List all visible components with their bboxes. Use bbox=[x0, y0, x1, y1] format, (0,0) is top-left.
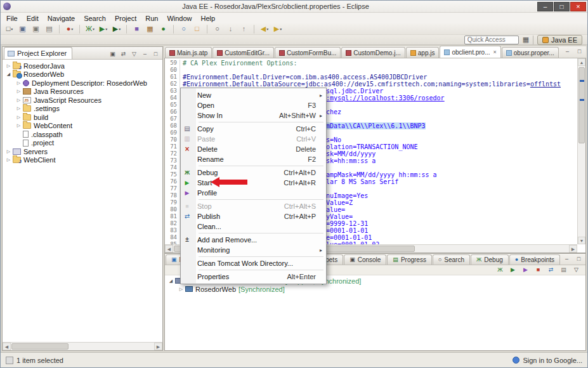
minimize-window-button[interactable]: – bbox=[537, 2, 553, 11]
prev-annotation-icon[interactable]: ↑ bbox=[238, 23, 251, 34]
collapse-all-icon[interactable]: ▣ bbox=[108, 51, 117, 57]
back-icon[interactable]: ◀ ▾ bbox=[258, 23, 271, 34]
expand-arrow-icon[interactable]: ▷ bbox=[5, 157, 12, 162]
context-menu-item[interactable]: Publish Ctrl+Alt+P bbox=[181, 211, 326, 221]
new-class-icon[interactable]: ● bbox=[157, 23, 170, 34]
tree-item[interactable]: ▷ Deployment Descriptor: RosedorWeb bbox=[3, 79, 162, 88]
context-menu-item[interactable]: Profile bbox=[181, 188, 326, 198]
context-menu-item[interactable]: Start Ctrl+Alt+R bbox=[181, 178, 326, 188]
context-menu-item[interactable]: Clean Tomcat Work Directory... bbox=[181, 258, 326, 268]
context-menu-item[interactable]: Clean... bbox=[181, 221, 326, 232]
tree-item[interactable]: ▷ WebClient bbox=[3, 156, 162, 165]
minimize-view-icon[interactable]: – bbox=[140, 51, 150, 57]
server-stop-icon[interactable]: ■ bbox=[533, 266, 544, 275]
bottom-tab[interactable]: ○ Search bbox=[433, 254, 470, 265]
scroll-right-icon[interactable] bbox=[154, 343, 162, 350]
context-menu-item[interactable]: Show In Alt+Shift+W ▸ bbox=[181, 110, 326, 121]
expand-arrow-icon[interactable]: ▷ bbox=[15, 81, 22, 86]
tree-item[interactable]: ◢ RosedorWeb bbox=[3, 70, 162, 79]
tree-item[interactable]: .classpath bbox=[3, 130, 162, 139]
editor-tab[interactable]: CustomDemo.j... bbox=[341, 47, 405, 58]
expand-arrow-icon[interactable]: ◢ bbox=[5, 72, 12, 77]
minimize-panel-icon[interactable]: – bbox=[562, 256, 572, 262]
vertical-scrollbar[interactable] bbox=[577, 58, 585, 244]
tree-item[interactable]: ▷ build bbox=[3, 113, 162, 122]
minimize-editor-icon[interactable]: – bbox=[563, 48, 572, 55]
quick-access-input[interactable] bbox=[464, 36, 519, 44]
context-menu-item[interactable]: Add and Remove... bbox=[181, 235, 326, 245]
open-perspective-icon[interactable]: ▦ bbox=[523, 36, 529, 44]
link-editor-icon[interactable]: ⇄ bbox=[119, 51, 128, 57]
next-annotation-icon[interactable]: ↓ bbox=[225, 23, 237, 34]
scroll-left-icon[interactable] bbox=[3, 343, 11, 350]
context-menu-item[interactable]: New ▸ bbox=[181, 90, 326, 100]
run-icon[interactable]: ▶ ▾ bbox=[97, 23, 110, 34]
debug-icon[interactable]: Ж ▾ bbox=[84, 23, 96, 34]
scroll-left-icon[interactable] bbox=[165, 245, 173, 253]
context-menu-item[interactable]: Paste Ctrl+V bbox=[181, 134, 326, 144]
menubar-item[interactable]: Edit bbox=[22, 13, 43, 23]
tree-item[interactable]: ▷ RosedorJava bbox=[3, 62, 162, 70]
server-publish-icon[interactable]: ⇄ bbox=[546, 266, 556, 275]
save-icon[interactable]: ▣ bbox=[16, 23, 29, 34]
close-window-button[interactable]: × bbox=[570, 2, 586, 11]
tab-project-explorer[interactable]: Project Explorer bbox=[4, 47, 72, 59]
context-menu-item[interactable]: Debug Ctrl+Alt+D bbox=[181, 168, 326, 178]
context-menu-item[interactable]: Delete Delete bbox=[181, 144, 326, 154]
expand-arrow-icon[interactable]: ◢ bbox=[167, 279, 174, 284]
search-icon[interactable]: ○ bbox=[211, 23, 224, 34]
context-menu-item[interactable]: Copy Ctrl+C bbox=[181, 124, 326, 134]
tree-item[interactable]: ▷ .settings bbox=[3, 105, 162, 114]
scroll-up-icon[interactable] bbox=[578, 58, 585, 66]
editor-tab[interactable]: Main.js.atp bbox=[165, 47, 212, 58]
maximize-editor-icon[interactable]: □ bbox=[575, 48, 584, 55]
maximize-panel-icon[interactable]: □ bbox=[574, 256, 584, 262]
print-icon[interactable]: ▤ bbox=[43, 23, 56, 34]
bottom-tab[interactable]: Ж Debug bbox=[471, 254, 509, 265]
tree-item[interactable]: ▷ Servers bbox=[3, 147, 162, 156]
context-menu-item[interactable]: Stop Ctrl+Alt+S bbox=[181, 201, 326, 211]
editor-tab[interactable]: CustomFormBu... bbox=[275, 47, 341, 58]
server-item[interactable]: ▷ RosedorWeb [Synchronized] bbox=[165, 285, 585, 293]
context-menu-item[interactable]: Monitoring ▸ bbox=[181, 245, 326, 255]
editor-tab[interactable]: obusr.proper... bbox=[502, 47, 559, 58]
view-menu-icon[interactable]: ▽ bbox=[571, 266, 582, 275]
server-profile-icon[interactable]: ▶ bbox=[520, 266, 531, 275]
bottom-tab[interactable]: ▤ Progress bbox=[387, 254, 432, 265]
new-java-project-icon[interactable]: ■ bbox=[131, 23, 143, 34]
expand-arrow-icon[interactable]: ▷ bbox=[15, 98, 22, 103]
scroll-down-icon[interactable] bbox=[578, 237, 585, 244]
menubar-item[interactable]: Search bbox=[79, 13, 110, 23]
new-wizard-icon[interactable]: □ ▾ bbox=[3, 23, 16, 34]
expand-arrow-icon[interactable]: ▷ bbox=[15, 123, 22, 128]
expand-arrow-icon[interactable]: ▷ bbox=[5, 63, 12, 69]
view-menu-icon[interactable]: ▽ bbox=[129, 51, 139, 57]
mylyn-task-icon[interactable]: ● ▾ bbox=[63, 23, 76, 34]
external-tools-icon[interactable]: ▶ ▾ bbox=[110, 23, 123, 34]
expand-arrow-icon[interactable]: ▷ bbox=[5, 149, 12, 154]
forward-icon[interactable]: ▶ ▾ bbox=[271, 23, 284, 34]
tree-item[interactable]: ▷ WebContent bbox=[3, 122, 162, 131]
editor-tab[interactable]: app.js bbox=[406, 47, 440, 58]
server-clean-icon[interactable]: ▤ bbox=[558, 266, 569, 275]
tree-item[interactable]: ▷ Java Resources bbox=[3, 88, 162, 96]
context-menu-item[interactable]: Open F3 bbox=[181, 100, 326, 110]
bottom-tab[interactable]: ● Breakpoints bbox=[509, 254, 560, 265]
editor-tab[interactable]: CustomEditGr... bbox=[212, 47, 274, 58]
server-debug-icon[interactable]: Ж bbox=[495, 266, 506, 275]
menubar-item[interactable]: File bbox=[2, 13, 22, 23]
maximize-view-icon[interactable]: □ bbox=[151, 51, 160, 57]
expand-arrow-icon[interactable]: ▷ bbox=[178, 287, 185, 292]
bottom-tab[interactable]: ▣ Console bbox=[344, 254, 386, 265]
new-package-icon[interactable]: ▦ bbox=[144, 23, 157, 34]
maximize-window-button[interactable]: □ bbox=[554, 2, 570, 11]
scrollbar-thumb[interactable] bbox=[11, 343, 69, 350]
menubar-item[interactable]: Window bbox=[162, 13, 196, 23]
expand-arrow-icon[interactable]: ▷ bbox=[15, 115, 22, 120]
menubar-item[interactable]: Run bbox=[141, 13, 162, 23]
save-all-icon[interactable]: ▣ bbox=[30, 23, 42, 34]
close-tab-icon[interactable]: × bbox=[493, 49, 497, 55]
tree-item[interactable]: ▷ JavaScript Resources bbox=[3, 96, 162, 105]
new-html-icon[interactable]: □ bbox=[191, 23, 204, 34]
menubar-item[interactable]: Help bbox=[197, 13, 220, 23]
